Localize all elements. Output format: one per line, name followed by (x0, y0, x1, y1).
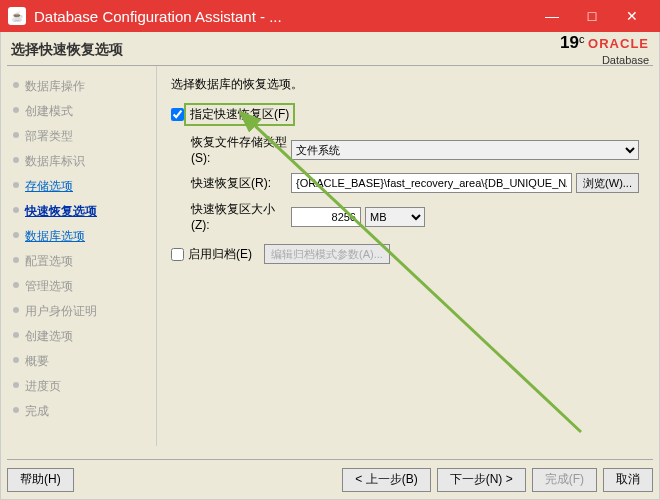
wizard-sidebar: 数据库操作 创建模式 部署类型 数据库标识 存储选项 快速恢复选项 数据库选项 … (7, 66, 157, 446)
back-button[interactable]: < 上一步(B) (342, 468, 430, 492)
step-summary: 概要 (9, 349, 154, 374)
step-finish: 完成 (9, 399, 154, 424)
recovery-size-input[interactable] (291, 207, 361, 227)
enable-archive-checkbox[interactable] (171, 248, 184, 261)
step-create-opts: 创建选项 (9, 324, 154, 349)
specify-recovery-label: 指定快速恢复区(F) (184, 103, 295, 126)
java-icon: ☕ (8, 7, 26, 25)
next-button[interactable]: 下一步(N) > (437, 468, 526, 492)
window-titlebar: ☕ Database Configuration Assistant - ...… (0, 0, 660, 32)
wizard-footer: 帮助(H) < 上一步(B) 下一步(N) > 完成(F) 取消 (7, 459, 653, 493)
recovery-area-label: 快速恢复区(R): (171, 175, 291, 192)
recovery-size-unit[interactable]: MB (365, 207, 425, 227)
finish-button: 完成(F) (532, 468, 597, 492)
recovery-area-input[interactable] (291, 173, 572, 193)
step-mgmt: 管理选项 (9, 274, 154, 299)
help-button[interactable]: 帮助(H) (7, 468, 74, 492)
step-credentials: 用户身份证明 (9, 299, 154, 324)
cancel-button[interactable]: 取消 (603, 468, 653, 492)
step-db-ident: 数据库标识 (9, 149, 154, 174)
page-header: 选择快速恢复选项 19c ORACLE Database (7, 38, 653, 66)
specify-recovery-checkbox[interactable] (171, 108, 184, 121)
maximize-button[interactable]: □ (572, 8, 612, 24)
storage-type-select[interactable]: 文件系统 (291, 140, 639, 160)
storage-type-label: 恢复文件存储类型(S): (171, 134, 291, 165)
oracle-logo: 19c ORACLE Database (560, 33, 649, 65)
close-button[interactable]: ✕ (612, 8, 652, 24)
window-title: Database Configuration Assistant - ... (34, 8, 532, 25)
enable-archive-label: 启用归档(E) (184, 246, 252, 263)
page-title: 选择快速恢复选项 (11, 41, 123, 59)
step-deploy-type: 部署类型 (9, 124, 154, 149)
step-storage[interactable]: 存储选项 (9, 174, 154, 199)
intro-text: 选择数据库的恢复选项。 (171, 76, 639, 93)
edit-archive-button: 编辑归档模式参数(A)... (264, 244, 390, 264)
minimize-button[interactable]: — (532, 8, 572, 24)
step-progress: 进度页 (9, 374, 154, 399)
step-create-mode: 创建模式 (9, 99, 154, 124)
step-db-operation: 数据库操作 (9, 74, 154, 99)
main-panel: 选择数据库的恢复选项。 指定快速恢复区(F) 恢复文件存储类型(S): 文件系统… (157, 66, 653, 446)
step-config: 配置选项 (9, 249, 154, 274)
recovery-size-label: 快速恢复区大小(Z): (171, 201, 291, 232)
step-fast-recovery[interactable]: 快速恢复选项 (9, 199, 154, 224)
step-db-options[interactable]: 数据库选项 (9, 224, 154, 249)
browse-button[interactable]: 浏览(W)... (576, 173, 639, 193)
